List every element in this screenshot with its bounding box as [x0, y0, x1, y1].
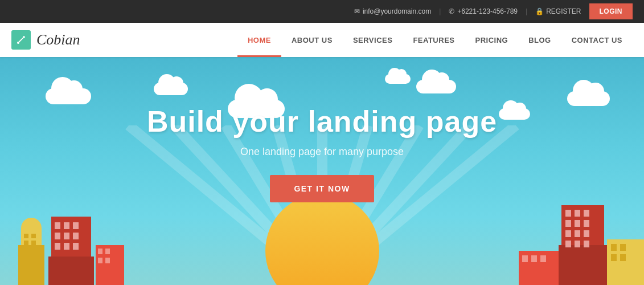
svg-rect-35	[565, 210, 571, 217]
phone-text: +6221-123-456-789	[457, 7, 518, 15]
svg-rect-44	[565, 241, 571, 247]
svg-rect-22	[55, 233, 60, 239]
lock-icon: 🔒	[535, 7, 544, 15]
phone-icon: ✆	[449, 7, 454, 15]
svg-rect-48	[611, 244, 617, 251]
svg-rect-30	[105, 249, 110, 254]
svg-rect-12	[18, 245, 44, 285]
hero-title: Build your landing page	[147, 105, 497, 138]
nav-links: HOME ABOUT US SERVICES FEATURES PRICING …	[237, 23, 633, 57]
svg-rect-42	[575, 230, 580, 237]
svg-rect-20	[64, 222, 69, 229]
divider-2: |	[526, 7, 527, 15]
wrench-icon	[16, 35, 26, 45]
buildings-left	[0, 194, 125, 285]
svg-rect-43	[584, 230, 589, 237]
svg-rect-16	[31, 241, 36, 245]
svg-rect-23	[64, 233, 69, 239]
logo-text: Cobian	[36, 31, 80, 48]
cloud-4	[416, 80, 456, 93]
nav-services[interactable]: SERVICES	[343, 23, 403, 57]
svg-rect-46	[584, 241, 589, 247]
svg-point-0	[17, 42, 19, 44]
buildings-right-svg	[519, 194, 644, 285]
nav-features[interactable]: FEATURES	[403, 23, 465, 57]
nav-contact[interactable]: CONTACT US	[561, 23, 633, 57]
svg-rect-32	[105, 258, 110, 263]
nav-blog[interactable]: BLOG	[518, 23, 561, 57]
register-link[interactable]: 🔒 REGISTER	[535, 7, 581, 15]
svg-rect-49	[620, 244, 626, 251]
svg-rect-55	[540, 255, 546, 262]
hero-cta-button[interactable]: GET IT NOW	[270, 175, 374, 202]
svg-rect-41	[565, 230, 571, 237]
svg-rect-21	[73, 222, 79, 229]
divider-1: |	[439, 7, 441, 15]
cloud-7	[385, 74, 411, 84]
cloud-5	[499, 108, 530, 120]
svg-rect-40	[584, 220, 589, 227]
buildings-right	[519, 194, 644, 285]
svg-rect-54	[531, 255, 537, 262]
svg-rect-39	[575, 220, 580, 227]
email-icon: ✉	[354, 7, 360, 15]
svg-rect-29	[98, 249, 102, 254]
logo-icon	[11, 30, 31, 50]
svg-rect-38	[565, 220, 571, 227]
register-label: REGISTER	[546, 7, 581, 15]
svg-rect-25	[55, 243, 60, 250]
phone-item: ✆ +6221-123-456-789	[449, 7, 518, 15]
svg-rect-36	[575, 210, 580, 217]
nav-home[interactable]: HOME	[237, 23, 281, 57]
hero-content: Build your landing page One landing page…	[147, 105, 497, 202]
cloud-2	[154, 83, 188, 95]
svg-rect-24	[73, 233, 79, 239]
svg-rect-51	[620, 254, 626, 261]
nav-about[interactable]: ABOUT US	[281, 23, 343, 57]
buildings-left-svg	[0, 194, 125, 285]
svg-rect-34	[559, 245, 607, 285]
email-item: ✉ info@yourdomain.com	[354, 7, 431, 15]
email-text: info@yourdomain.com	[363, 7, 431, 15]
svg-rect-18	[48, 256, 94, 285]
cloud-1	[46, 88, 91, 104]
svg-rect-53	[522, 255, 528, 262]
svg-rect-31	[98, 258, 102, 263]
login-button[interactable]: LOGIN	[589, 3, 633, 19]
hero-subtitle: One landing page for many purpose	[147, 146, 497, 158]
svg-rect-15	[24, 241, 28, 245]
svg-rect-19	[55, 222, 60, 229]
svg-rect-26	[64, 243, 69, 250]
main-nav: Cobian HOME ABOUT US SERVICES FEATURES P…	[0, 23, 644, 57]
svg-rect-27	[73, 243, 79, 250]
cloud-6	[567, 91, 610, 106]
nav-pricing[interactable]: PRICING	[465, 23, 519, 57]
svg-rect-14	[31, 234, 36, 238]
svg-rect-50	[611, 254, 617, 261]
logo: Cobian	[11, 30, 80, 50]
top-bar: ✉ info@yourdomain.com | ✆ +6221-123-456-…	[0, 0, 644, 23]
svg-rect-13	[24, 234, 28, 238]
hero-section: Build your landing page One landing page…	[0, 57, 644, 285]
svg-rect-45	[575, 241, 580, 247]
svg-rect-37	[584, 210, 589, 217]
